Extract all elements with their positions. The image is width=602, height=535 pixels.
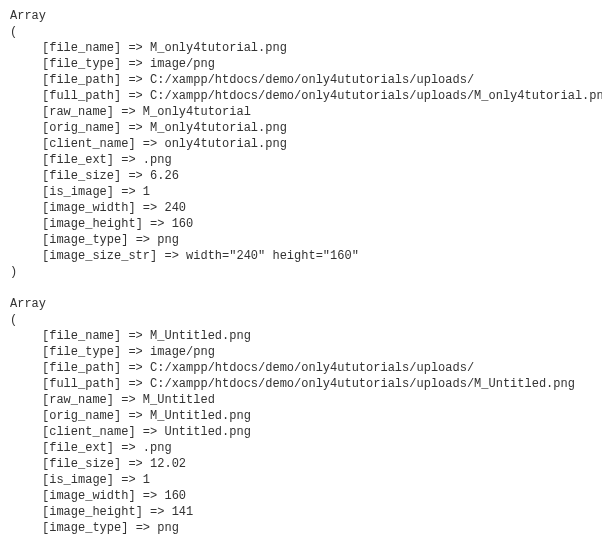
array-entry: [file_type] => image/png bbox=[10, 344, 592, 360]
entry-key: image_height bbox=[49, 217, 135, 231]
entry-key: file_name bbox=[49, 329, 114, 343]
close-paren: ) bbox=[10, 264, 592, 280]
array-entry: [image_type] => png bbox=[10, 520, 592, 535]
entry-value: M_Untitled.png bbox=[150, 329, 251, 343]
entry-value: M_Untitled.png bbox=[150, 409, 251, 423]
array-entry: [image_width] => 160 bbox=[10, 488, 592, 504]
spacer bbox=[10, 280, 592, 296]
entry-key: is_image bbox=[49, 473, 107, 487]
entry-key: client_name bbox=[49, 425, 128, 439]
entry-value: C:/xampp/htdocs/demo/only4ututorials/upl… bbox=[150, 361, 474, 375]
entry-value: 1 bbox=[143, 185, 150, 199]
entry-value: Untitled.png bbox=[164, 425, 250, 439]
entry-value: image/png bbox=[150, 345, 215, 359]
entry-key: file_path bbox=[49, 73, 114, 87]
entry-value: M_only4tutorial.png bbox=[150, 121, 287, 135]
entry-value: C:/xampp/htdocs/demo/only4ututorials/upl… bbox=[150, 89, 602, 103]
entry-value: 160 bbox=[172, 217, 194, 231]
open-paren: ( bbox=[10, 312, 592, 328]
array-entry: [raw_name] => M_only4tutorial bbox=[10, 104, 592, 120]
entry-value: 6.26 bbox=[150, 169, 179, 183]
entry-key: file_name bbox=[49, 41, 114, 55]
array-entry: [file_path] => C:/xampp/htdocs/demo/only… bbox=[10, 360, 592, 376]
entry-key: image_width bbox=[49, 201, 128, 215]
entry-value: 12.02 bbox=[150, 457, 186, 471]
array-entry: [client_name] => Untitled.png bbox=[10, 424, 592, 440]
array-entry: [image_width] => 240 bbox=[10, 200, 592, 216]
entry-value: C:/xampp/htdocs/demo/only4ututorials/upl… bbox=[150, 377, 575, 391]
entry-value: only4tutorial.png bbox=[164, 137, 286, 151]
array-entry: [raw_name] => M_Untitled bbox=[10, 392, 592, 408]
entry-value: 160 bbox=[164, 489, 186, 503]
array-entry: [image_height] => 160 bbox=[10, 216, 592, 232]
entry-key: full_path bbox=[49, 89, 114, 103]
entry-value: image/png bbox=[150, 57, 215, 71]
entry-value: .png bbox=[143, 441, 172, 455]
entry-value: 240 bbox=[164, 201, 186, 215]
array-entry: [orig_name] => M_only4tutorial.png bbox=[10, 120, 592, 136]
open-paren: ( bbox=[10, 24, 592, 40]
array-entry: [file_size] => 6.26 bbox=[10, 168, 592, 184]
entry-value: png bbox=[157, 521, 179, 535]
entry-key: file_type bbox=[49, 57, 114, 71]
entry-key: image_height bbox=[49, 505, 135, 519]
entry-key: file_size bbox=[49, 169, 114, 183]
array-entry: [image_height] => 141 bbox=[10, 504, 592, 520]
entry-key: image_type bbox=[49, 521, 121, 535]
entry-value: png bbox=[157, 233, 179, 247]
entry-key: client_name bbox=[49, 137, 128, 151]
array-entry: [file_path] => C:/xampp/htdocs/demo/only… bbox=[10, 72, 592, 88]
entry-value: M_Untitled bbox=[143, 393, 215, 407]
entry-key: file_type bbox=[49, 345, 114, 359]
array-entry: [image_type] => png bbox=[10, 232, 592, 248]
array-entry: [full_path] => C:/xampp/htdocs/demo/only… bbox=[10, 88, 592, 104]
array-entry: [full_path] => C:/xampp/htdocs/demo/only… bbox=[10, 376, 592, 392]
array-label: Array bbox=[10, 8, 592, 24]
entry-key: orig_name bbox=[49, 409, 114, 423]
entry-key: full_path bbox=[49, 377, 114, 391]
entry-key: file_size bbox=[49, 457, 114, 471]
entry-key: file_ext bbox=[49, 441, 107, 455]
array-entry: [is_image] => 1 bbox=[10, 184, 592, 200]
array-entry: [is_image] => 1 bbox=[10, 472, 592, 488]
entry-key: raw_name bbox=[49, 105, 107, 119]
entry-value: 141 bbox=[172, 505, 194, 519]
array-entry: [client_name] => only4tutorial.png bbox=[10, 136, 592, 152]
entry-value: M_only4tutorial.png bbox=[150, 41, 287, 55]
array-entry: [file_ext] => .png bbox=[10, 152, 592, 168]
entry-value: C:/xampp/htdocs/demo/only4ututorials/upl… bbox=[150, 73, 474, 87]
array-entry: [file_name] => M_Untitled.png bbox=[10, 328, 592, 344]
array-entry: [file_name] => M_only4tutorial.png bbox=[10, 40, 592, 56]
entry-key: file_path bbox=[49, 361, 114, 375]
php-array-dump: Array ( [file_name] => M_only4tutorial.p… bbox=[0, 0, 602, 535]
entry-key: is_image bbox=[49, 185, 107, 199]
entry-value: M_only4tutorial bbox=[143, 105, 251, 119]
entry-key: file_ext bbox=[49, 153, 107, 167]
array-entry: [image_size_str] => width="240" height="… bbox=[10, 248, 592, 264]
entry-value: .png bbox=[143, 153, 172, 167]
array-entry: [file_size] => 12.02 bbox=[10, 456, 592, 472]
array-entry: [file_type] => image/png bbox=[10, 56, 592, 72]
entry-value: 1 bbox=[143, 473, 150, 487]
entry-key: image_type bbox=[49, 233, 121, 247]
entry-key: raw_name bbox=[49, 393, 107, 407]
entry-value: width="240" height="160" bbox=[186, 249, 359, 263]
entry-key: image_width bbox=[49, 489, 128, 503]
array-label: Array bbox=[10, 296, 592, 312]
array-entry: [file_ext] => .png bbox=[10, 440, 592, 456]
array-entry: [orig_name] => M_Untitled.png bbox=[10, 408, 592, 424]
entry-key: image_size_str bbox=[49, 249, 150, 263]
entry-key: orig_name bbox=[49, 121, 114, 135]
